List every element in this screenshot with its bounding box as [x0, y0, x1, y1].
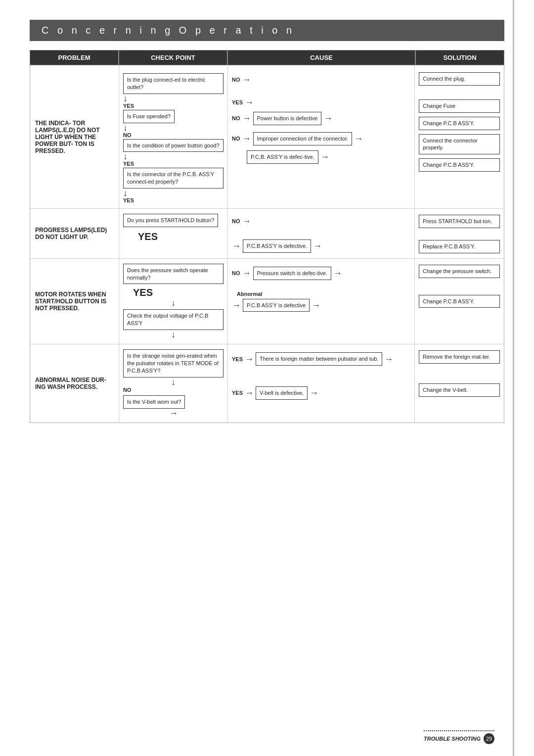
- checkpoint-box-connector: Is the connector of the P.C.B. ASS'Y con…: [123, 168, 223, 189]
- label-no-conn: NO: [232, 136, 240, 142]
- arrow-right-vbelt: →: [245, 388, 254, 397]
- label-yes-big: YES: [138, 231, 223, 242]
- label-no-pressure: NO: [232, 270, 240, 276]
- arrow-right-conn: →: [242, 134, 251, 143]
- cause-box-conn: Improper connection of the connector.: [253, 132, 353, 145]
- problem-1: THE INDICA- TOR LAMPS(L.E.D) DO NOT LIGH…: [30, 65, 119, 208]
- arrow-right-fuse: →: [245, 98, 254, 107]
- arrow-down-4: ↓: [123, 189, 128, 197]
- checkpoint-box-power: Is the condition of power button good?: [123, 139, 223, 152]
- solution-box-conn: Connect the connector properly.: [419, 134, 500, 155]
- cause-box-vbelt: V-belt is defective.: [256, 386, 308, 400]
- checkpoint-box-fuse: Is Fuse opended?: [123, 110, 175, 123]
- checkpoint-box-start: Do you press START/HOLD button?: [123, 214, 218, 227]
- problem-3: MOTOR ROTATES WHEN START/HOLD BUTTON IS …: [30, 259, 119, 344]
- label-no-noise: NO: [123, 387, 132, 393]
- label-no-start: NO: [232, 218, 240, 224]
- arrow-right-pcb3: →: [313, 241, 322, 250]
- arrow-down-2: ↓: [123, 123, 128, 132]
- arrow-right-v3: →: [232, 301, 241, 310]
- solution-box-pressure: Change the pressure switch.: [419, 265, 500, 278]
- solution-box-pcb: Change P.C.B ASS'Y.: [419, 158, 500, 172]
- label-no-1: NO: [123, 132, 132, 138]
- solution-box-vbelt: Change the V-belt.: [419, 383, 500, 397]
- arrow-right-pcb4: →: [312, 301, 320, 310]
- cause-col-3: NO → Pressure switch is defec-tive. → Ab…: [228, 259, 415, 344]
- solution-box-pcb3: Change P.C.B ASS'Y.: [419, 295, 500, 308]
- checkpoint-box-vbelt: Is the V-belt worn out?: [123, 395, 185, 409]
- solution-box-fuse: Change Fuse: [419, 99, 500, 113]
- solution-col-3: Change the pressure switch. Change P.C.B…: [415, 259, 504, 344]
- arrow-right-power: →: [242, 114, 251, 123]
- checkpoint-col-2: Do you press START/HOLD button? YES: [119, 209, 228, 258]
- label-yes-fuse: YES: [232, 99, 243, 105]
- checkpoint-box-noise: Is the strange noise gen-erated when the…: [123, 349, 223, 378]
- cause-box-pcb2: P.C.B ASS'Y is defective.: [243, 239, 311, 253]
- arrow-right-pressure: →: [242, 269, 251, 278]
- cause-box-foreign: There is foreign matter between pulsator…: [256, 352, 382, 366]
- checkpoint-col-1: Is the plug connect-ed to electric outle…: [119, 65, 228, 208]
- cause-box-power: Power button is defective: [253, 112, 322, 125]
- problem-2: PROGRESS LAMPS(LED) DO NOT LIGHT UP.: [30, 209, 119, 258]
- arrow-down-3a: ↓: [123, 298, 223, 307]
- label-abnormal: Abnormal: [237, 291, 262, 297]
- label-yes-1: YES: [123, 103, 134, 109]
- label-no-plug: NO: [232, 77, 240, 83]
- arrow-down-3b: ↓: [123, 330, 223, 339]
- arrow-down-4b: →: [123, 409, 223, 418]
- checkpoint-box-plug: Is the plug connect-ed to electric outle…: [123, 73, 223, 94]
- arrow-down-1: ↓: [123, 94, 128, 103]
- header-problem: PROBLEM: [30, 50, 119, 65]
- checkpoint-col-3: Does the pressure switch operate normall…: [119, 259, 228, 344]
- problem-4: ABNORMAL NOISE DUR- ING WASH PROCESS.: [30, 344, 119, 422]
- arrow-right-noise: →: [245, 355, 254, 364]
- label-yes-vbelt: YES: [232, 390, 243, 396]
- checkpoint-box-pressure: Does the pressure switch operate normall…: [123, 264, 223, 284]
- arrow-right-power2: →: [323, 114, 332, 123]
- solution-col-1: Connect the plug. Change Fuse Change P.C…: [415, 65, 504, 208]
- solution-box-plug: Connect the plug.: [419, 72, 500, 86]
- header-checkpoint: CHECK POINT: [119, 50, 227, 65]
- cause-col-1: NO → YES → NO → Power button is defectiv…: [228, 65, 415, 208]
- label-yes-noise: YES: [232, 356, 243, 362]
- label-no-power: NO: [232, 115, 240, 121]
- arrow-right-pcb: →: [320, 152, 329, 161]
- arrow-right-plug: →: [242, 75, 251, 84]
- arrow-right-pressure2: →: [333, 269, 342, 278]
- cause-box-pcb: P.C.B. ASS'Y is defec-tive.: [247, 150, 318, 164]
- checkpoint-col-4: Is the strange noise gen-erated when the…: [119, 344, 228, 422]
- header-solution: SOLUTION: [415, 50, 504, 65]
- cause-col-2: NO → → P.C.B ASS'Y is defective. →: [228, 209, 415, 258]
- footer-text: TROUBLE SHOOTING: [424, 736, 481, 742]
- cause-col-4: YES → There is foreign matter between pu…: [228, 344, 415, 422]
- label-yes-big-3: YES: [133, 287, 223, 298]
- solution-col-4: Remove the foreign mat-ter. Change the V…: [415, 344, 504, 422]
- arrow-down-3: ↓: [123, 152, 128, 161]
- solution-box-start: Press START/HOLD but-ton.: [419, 215, 500, 228]
- label-yes-3: YES: [123, 197, 134, 203]
- label-yes-2: YES: [123, 161, 134, 167]
- solution-box-pcb2: Replace P.C.B ASS'Y.: [419, 240, 500, 253]
- cause-box-pcb3: P.C.B ASS'Y is defective: [243, 299, 310, 312]
- checkpoint-box-voltage: Check the output voltage of P.C.B ASS'Y: [123, 309, 223, 330]
- arrow-right-pcb2: →: [232, 241, 241, 250]
- arrow-right-start: →: [242, 217, 251, 226]
- arrow-down-4a: ↓: [123, 378, 223, 386]
- solution-box-foreign: Remove the foreign mat-ter.: [419, 350, 500, 364]
- solution-col-2: Press START/HOLD but-ton. Replace P.C.B …: [415, 209, 504, 258]
- header-cause: CAUSE: [227, 50, 415, 65]
- arrow-right-conn2: →: [354, 134, 363, 143]
- page-title: C o n c e r n i n g O p e r a t i o n: [30, 20, 504, 41]
- arrow-right-vbelt2: →: [310, 388, 318, 397]
- solution-box-power: Change P.C.B ASS'Y.: [419, 117, 500, 130]
- arrow-right-foreign: →: [384, 355, 393, 364]
- cause-box-pressure: Pressure switch is defec-tive.: [253, 267, 331, 280]
- footer-page: 29: [484, 733, 494, 744]
- column-headers: PROBLEM CHECK POINT CAUSE SOLUTION: [30, 50, 504, 65]
